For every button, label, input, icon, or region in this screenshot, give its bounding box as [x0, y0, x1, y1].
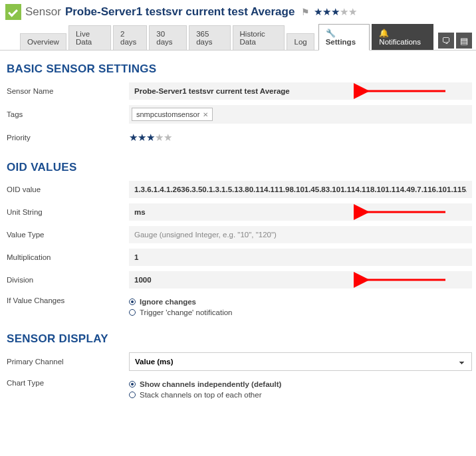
priority-stars-header[interactable]: ★★★★★	[314, 6, 357, 18]
tag-chip[interactable]: snmpcustomsensor✕	[132, 108, 213, 121]
division-label: Division	[4, 276, 129, 284]
tag-text: snmpcustomsensor	[136, 110, 199, 118]
tags-input[interactable]: snmpcustomsensor✕	[129, 105, 472, 124]
multiplication-label: Multiplication	[4, 253, 129, 261]
radio-label: Show channels independently (default)	[140, 380, 281, 388]
page-header: Sensor Probe-Server1 testsvr current tes…	[0, 0, 476, 24]
section-oid-title: OID VALUES	[0, 149, 476, 178]
radio-trigger-change[interactable]: Trigger 'change' notification	[129, 307, 472, 318]
status-ok-icon	[5, 4, 21, 20]
section-display-title: SENSOR DISPLAY	[0, 320, 476, 350]
tab-bar: Overview Live Data 2 days 30 days 365 da…	[0, 24, 476, 51]
tab-settings[interactable]: 🔧Settings	[318, 24, 370, 51]
radio-ignore-changes[interactable]: Ignore changes	[129, 296, 472, 307]
radio-stack-channels[interactable]: Stack channels on top of each other	[129, 390, 472, 400]
if-value-changes-label: If Value Changes	[4, 296, 129, 304]
tab-notifications[interactable]: 🔔Notifications	[372, 24, 433, 50]
unit-string-label: Unit String	[4, 208, 129, 216]
oid-value-label: OID value	[4, 185, 129, 193]
priority-stars-input[interactable]: ★★★★★	[129, 132, 172, 144]
radio-icon	[129, 392, 136, 398]
radio-label: Ignore changes	[140, 298, 196, 306]
priority-label: Priority	[4, 134, 129, 142]
tickets-button[interactable]: 🗨	[438, 33, 454, 49]
sensor-name-label: Sensor Name	[4, 87, 129, 95]
division-input[interactable]	[129, 271, 472, 288]
tab-notifications-label: Notifications	[379, 38, 421, 46]
value-type-input	[129, 226, 472, 243]
tab-live-data[interactable]: Live Data	[68, 25, 111, 50]
primary-channel-label: Primary Channel	[4, 358, 129, 366]
unit-string-input[interactable]	[129, 203, 472, 221]
menu-button[interactable]: ▤	[456, 33, 472, 49]
tab-log[interactable]: Log	[287, 33, 314, 50]
section-basic-title: BASIC SENSOR SETTINGS	[0, 51, 476, 80]
bell-icon: 🔔	[379, 29, 389, 38]
sensor-name-input[interactable]	[129, 82, 472, 100]
oid-value-input[interactable]	[129, 181, 472, 198]
tag-remove-icon[interactable]: ✕	[203, 111, 208, 118]
breadcrumb-type: Sensor	[25, 5, 61, 19]
radio-label: Stack channels on top of each other	[140, 391, 261, 399]
chart-type-label: Chart Type	[4, 379, 129, 387]
tab-365days[interactable]: 365 days	[189, 25, 230, 50]
tab-historic[interactable]: Historic Data	[233, 25, 285, 50]
radio-icon	[129, 298, 136, 305]
flag-icon[interactable]: ⚑	[301, 7, 310, 17]
radio-icon	[129, 309, 136, 316]
tab-30days[interactable]: 30 days	[149, 25, 187, 50]
tab-2days[interactable]: 2 days	[113, 25, 147, 50]
page-title: Probe-Server1 testsvr current test Avera…	[65, 5, 295, 19]
radio-label: Trigger 'change' notification	[140, 308, 233, 316]
wrench-icon: 🔧	[326, 29, 336, 38]
tags-label: Tags	[4, 110, 129, 118]
tab-settings-label: Settings	[326, 38, 356, 46]
multiplication-input[interactable]	[129, 249, 472, 266]
tab-overview[interactable]: Overview	[20, 33, 66, 50]
value-type-label: Value Type	[4, 231, 129, 239]
primary-channel-select[interactable]: Value (ms)	[129, 352, 472, 371]
radio-show-independently[interactable]: Show channels independently (default)	[129, 379, 472, 390]
radio-icon	[129, 381, 136, 388]
